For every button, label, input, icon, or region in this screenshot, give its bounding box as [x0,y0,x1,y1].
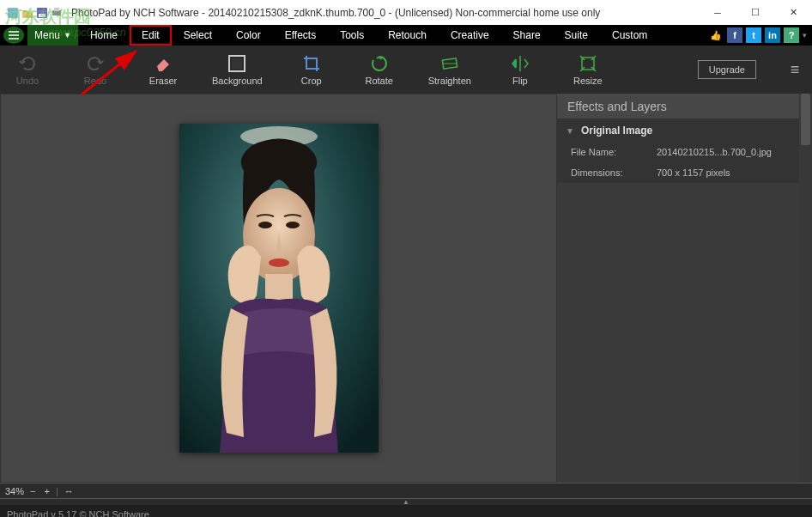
svg-rect-7 [232,58,242,69]
crop-icon [302,54,321,73]
straighten-button[interactable]: Straighten [428,54,471,86]
menubar: Menu ▼ Home Edit Select Color Effects To… [0,25,812,46]
like-icon[interactable]: 👍 [708,27,724,43]
window-title: PhotoPad by NCH Software - 2014021021530… [71,7,699,19]
menu-select[interactable]: Select [172,25,224,46]
help-icon[interactable]: ? [784,27,799,43]
menu-custom[interactable]: Custom [600,25,659,46]
help-dropdown-icon[interactable]: ▾ [803,31,807,40]
maximize-button[interactable]: ☐ [736,0,774,25]
menu-dropdown-label[interactable]: Menu ▼ [27,25,78,46]
panel-empty-area [557,183,812,483]
titlebar: PhotoPad by NCH Software - 2014021021530… [0,0,812,25]
minimize-button[interactable]: ─ [699,0,736,25]
svg-point-17 [269,258,289,267]
menu-home[interactable]: Home [78,25,130,46]
canvas-image[interactable] [179,124,379,453]
panel-section-original: ▼ Original Image File Name: 20140210215.… [557,119,812,183]
hamburger-menu-icon[interactable] [3,27,24,44]
undo-icon [18,54,37,73]
info-dimensions: Dimensions: 700 x 1157 pixels [557,162,812,183]
eraser-button[interactable]: Eraser [144,54,182,86]
menu-creative[interactable]: Creative [439,25,501,46]
crop-button[interactable]: Crop [293,54,330,86]
menu-share[interactable]: Share [501,25,553,46]
facebook-icon[interactable]: f [727,27,742,43]
section-header[interactable]: ▼ Original Image [557,119,812,142]
info-filename: File Name: 20140210215...b.700_0.jpg [557,142,812,162]
rotate-icon [370,54,389,73]
background-button[interactable]: Background [212,54,263,86]
chevron-down-icon: ▼ [566,126,574,136]
canvas-area[interactable] [0,94,557,483]
redo-button[interactable]: Redo [76,54,114,86]
svg-point-16 [286,222,300,228]
zoom-fit-button[interactable]: ↔ [62,486,76,496]
toolbar: Undo Redo Eraser Background Crop Rotate … [0,46,812,94]
menu-edit[interactable]: Edit [130,25,172,46]
zoom-out-button[interactable]: − [27,486,38,496]
resize-icon [579,54,597,73]
main-area: Effects and Layers ▼ Original Image File… [0,94,812,483]
scrollbar-thumb[interactable] [801,94,810,145]
svg-rect-5 [54,8,59,11]
svg-rect-3 [39,14,45,17]
chevron-down-icon: ▼ [64,31,71,40]
flip-icon [511,54,530,73]
zoom-percent: 34% [5,486,24,496]
upgrade-button[interactable]: Upgrade [698,60,756,79]
svg-point-15 [258,222,272,228]
recent-files-icon[interactable] [7,7,19,19]
eraser-icon [154,54,173,73]
menu-tools[interactable]: Tools [328,25,376,46]
toolbar-overflow-icon[interactable]: ≡ [786,61,803,78]
svg-rect-1 [8,8,18,18]
zoom-bar: 34% − + | ↔ [0,483,812,498]
panel-title: Effects and Layers [557,94,812,119]
menu-retouch[interactable]: Retouch [376,25,439,46]
close-button[interactable]: ✕ [774,0,812,25]
menu-color[interactable]: Color [224,25,273,46]
background-icon [227,54,246,73]
zoom-in-button[interactable]: + [41,486,52,496]
quick-access-icons [7,7,63,19]
side-panel: Effects and Layers ▼ Original Image File… [557,94,812,483]
flip-button[interactable]: Flip [501,54,539,86]
portrait-image [179,124,379,453]
print-icon[interactable] [51,7,63,19]
expand-bar[interactable]: ▲ [0,498,812,505]
menu-suite[interactable]: Suite [553,25,600,46]
panel-scrollbar[interactable] [799,94,812,483]
open-icon[interactable] [21,7,33,19]
save-icon[interactable] [36,7,48,19]
linkedin-icon[interactable]: in [765,27,780,43]
rotate-button[interactable]: Rotate [361,54,398,86]
twitter-icon[interactable]: t [746,27,761,43]
statusbar: PhotoPad v 5.17 © NCH Software [0,505,812,517]
menu-effects[interactable]: Effects [273,25,328,46]
undo-button[interactable]: Undo [9,54,46,86]
redo-icon [86,54,105,73]
resize-button[interactable]: Resize [569,54,607,86]
straighten-icon [440,54,459,73]
